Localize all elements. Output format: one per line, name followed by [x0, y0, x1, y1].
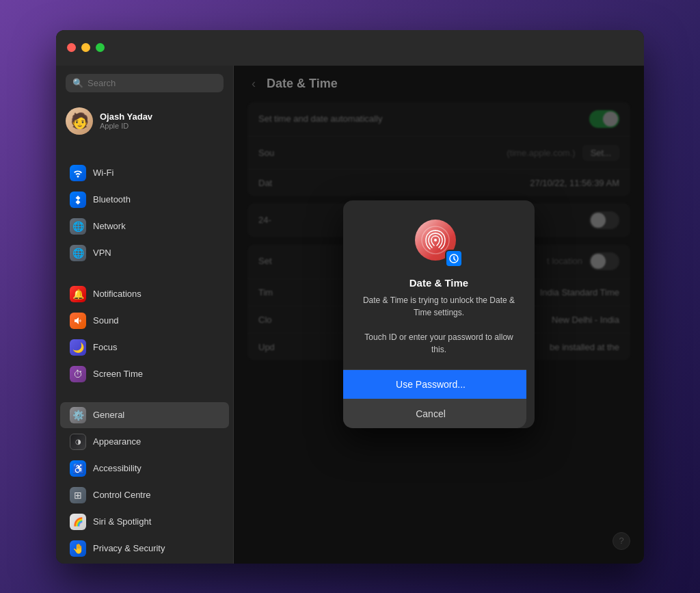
sidebar-item-notifications[interactable]: 🔔 Notifications — [60, 281, 229, 307]
dialog-buttons: Use Password... Cancel — [343, 369, 526, 428]
appearance-icon: ◑ — [70, 434, 86, 450]
dialog-title: Date & Time — [409, 277, 468, 289]
search-icon: 🔍 — [72, 78, 83, 88]
sound-icon — [70, 313, 86, 329]
main-window: 🔍 🧑 Ojash Yadav Apple ID — [56, 30, 644, 564]
vpn-icon: 🌐 — [70, 245, 86, 261]
dialog-icon-container — [415, 220, 463, 267]
bluetooth-icon — [70, 192, 86, 208]
appearance-label: Appearance — [93, 436, 141, 447]
controlcentre-icon: ⊞ — [70, 487, 86, 503]
sidebar-item-vpn[interactable]: 🌐 VPN — [60, 240, 229, 266]
sidebar-section-general: ⚙️ General ◑ Appearance ♿ Accessibility … — [56, 400, 233, 564]
sound-label: Sound — [93, 315, 119, 326]
accessibility-icon: ♿ — [70, 460, 86, 477]
focus-icon: 🌙 — [70, 339, 86, 356]
screentime-icon: ⏱ — [70, 366, 86, 382]
sidebar-item-controlcentre[interactable]: ⊞ Control Centre — [60, 482, 229, 508]
sidebar-item-accessibility[interactable]: ♿ Accessibility — [60, 456, 229, 482]
wifi-label: Wi-Fi — [93, 168, 113, 178]
sidebar: 🔍 🧑 Ojash Yadav Apple ID — [56, 66, 234, 564]
sidebar-item-siri[interactable]: 🌈 Siri & Spotlight — [60, 509, 229, 535]
sidebar-item-appearance[interactable]: ◑ Appearance — [60, 429, 229, 455]
accessibility-label: Accessibility — [93, 463, 142, 473]
minimize-button[interactable] — [81, 43, 90, 52]
controlcentre-label: Control Centre — [93, 490, 151, 500]
main-content: ‹ Date & Time Set time and date automati… — [234, 66, 644, 564]
user-profile[interactable]: 🧑 Ojash Yadav Apple ID — [56, 101, 233, 142]
general-icon: ⚙️ — [70, 407, 86, 423]
search-box[interactable]: 🔍 — [66, 74, 224, 92]
user-subtitle: Apple ID — [100, 122, 152, 130]
sidebar-item-sound[interactable]: Sound — [60, 308, 229, 334]
cancel-button[interactable]: Cancel — [343, 399, 526, 428]
notifications-icon: 🔔 — [70, 286, 86, 302]
bluetooth-label: Bluetooth — [93, 194, 131, 205]
search-input[interactable] — [88, 78, 217, 88]
close-button[interactable] — [67, 43, 76, 52]
content-area: 🔍 🧑 Ojash Yadav Apple ID — [56, 66, 644, 564]
siri-icon: 🌈 — [70, 514, 86, 530]
sidebar-item-privacy[interactable]: 🤚 Privacy & Security — [60, 536, 229, 562]
traffic-lights — [67, 43, 105, 52]
network-label: Network — [93, 221, 126, 231]
focus-label: Focus — [93, 342, 117, 352]
dialog-message: Date & Time is trying to unlock the Date… — [360, 294, 518, 356]
general-label: General — [93, 410, 124, 420]
dialog-badge — [445, 250, 463, 267]
siri-label: Siri & Spotlight — [93, 516, 151, 527]
user-info: Ojash Yadav Apple ID — [100, 111, 152, 130]
auth-dialog: Date & Time Date & Time is trying to unl… — [343, 200, 535, 428]
use-password-button[interactable]: Use Password... — [343, 370, 526, 399]
svg-point-1 — [434, 239, 437, 241]
notifications-label: Notifications — [93, 289, 142, 299]
sidebar-item-screentime[interactable]: ⏱ Screen Time — [60, 361, 229, 387]
sidebar-item-wifi[interactable]: Wi-Fi — [60, 160, 229, 186]
sidebar-section-notifications: 🔔 Notifications Sound 🌙 Focus ⏱ — [56, 279, 233, 389]
dialog-overlay: Date & Time Date & Time is trying to unl… — [234, 66, 644, 564]
avatar: 🧑 — [66, 107, 93, 135]
vpn-label: VPN — [93, 248, 111, 258]
wifi-icon — [70, 165, 86, 181]
privacy-label: Privacy & Security — [93, 543, 165, 553]
sidebar-section-network: Wi-Fi Bluetooth 🌐 Network 🌐 VPN — [56, 158, 233, 268]
screentime-label: Screen Time — [93, 369, 143, 379]
fullscreen-button[interactable] — [96, 43, 105, 52]
clock-icon — [449, 254, 459, 263]
sidebar-item-focus[interactable]: 🌙 Focus — [60, 334, 229, 360]
sidebar-item-network[interactable]: 🌐 Network — [60, 213, 229, 239]
privacy-icon: 🤚 — [70, 540, 86, 557]
user-name: Ojash Yadav — [100, 111, 152, 122]
sidebar-item-general[interactable]: ⚙️ General — [60, 402, 229, 428]
title-bar — [56, 30, 644, 66]
sidebar-item-bluetooth[interactable]: Bluetooth — [60, 187, 229, 213]
network-icon: 🌐 — [70, 218, 86, 235]
